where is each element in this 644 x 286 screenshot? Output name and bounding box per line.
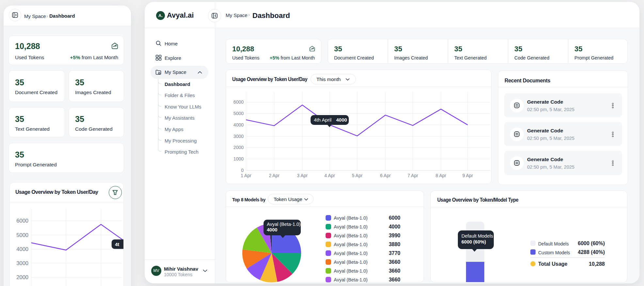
svg-text:9 Apr: 9 Apr — [462, 173, 473, 178]
svg-text:0: 0 — [241, 168, 244, 173]
svg-text:4000: 4000 — [233, 122, 244, 127]
svg-text:3 Apr: 3 Apr — [297, 173, 308, 178]
svg-text:6000: 6000 — [16, 218, 28, 224]
svg-text:3000: 3000 — [233, 134, 244, 139]
svg-text:3000: 3000 — [16, 260, 28, 266]
svg-text:4000: 4000 — [16, 246, 28, 252]
svg-text:6 Apr: 6 Apr — [380, 173, 391, 178]
svg-text:2 Apr: 2 Apr — [269, 173, 280, 178]
svg-text:4 Apr: 4 Apr — [324, 173, 335, 178]
svg-text:5000: 5000 — [233, 111, 244, 116]
svg-text:4t: 4t — [115, 242, 119, 247]
svg-text:5 Apr: 5 Apr — [352, 173, 362, 178]
svg-text:1000: 1000 — [233, 156, 244, 161]
svg-text:8 Apr: 8 Apr — [436, 173, 446, 178]
svg-text:2000: 2000 — [233, 145, 244, 150]
svg-text:1 Apr: 1 Apr — [241, 173, 251, 178]
svg-text:6000: 6000 — [233, 99, 244, 105]
svg-text:7 Apr: 7 Apr — [408, 173, 418, 178]
svg-text:5000: 5000 — [16, 232, 28, 238]
svg-text:2000: 2000 — [16, 274, 28, 280]
